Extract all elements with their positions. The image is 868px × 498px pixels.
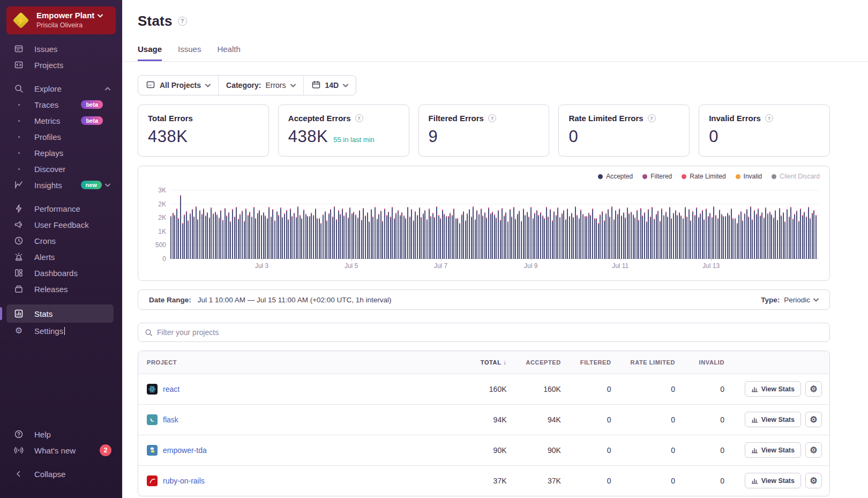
sidebar-item-whats-new[interactable]: What's new 2 [0,442,122,458]
chart-bar [527,212,528,259]
sidebar-item-stats[interactable]: Stats [0,304,122,323]
sidebar-item-traces[interactable]: Traces beta [0,96,122,113]
sidebar-item-metrics[interactable]: Metrics beta [0,113,122,129]
chart-bar [625,218,626,259]
chart-bar [272,209,273,259]
chart-bar [764,218,765,259]
date-period-dropdown[interactable]: 14D [303,76,356,95]
sidebar-item-label: Discover [34,165,65,174]
chart-bar [585,216,586,259]
column-invalid[interactable]: INVALID [685,351,734,374]
column-rate-limited[interactable]: RATE LIMITED [621,351,685,374]
org-switcher[interactable]: ⚡ Empower Plant Priscila Oliveira [6,6,116,34]
project-link[interactable]: flask [163,415,178,424]
chart-bar [455,218,457,259]
gear-icon: ⚙ [810,477,817,485]
tab-health[interactable]: Health [217,44,240,61]
chart-bar [704,219,705,259]
column-total[interactable]: TOTAL ↓ [460,351,517,374]
chart-bar [261,215,262,259]
chart-bar [300,215,301,259]
legend-accepted[interactable]: Accepted [598,173,633,180]
insights-icon [14,180,24,190]
sidebar-item-replays[interactable]: Replays [0,145,122,161]
sidebar-item-user-feedback[interactable]: User Feedback [0,217,122,233]
dashboards-icon [14,268,24,278]
siren-icon [14,252,24,262]
project-link[interactable]: empower-tda [163,446,207,455]
project-search-input[interactable] [157,328,823,337]
chart-bar [800,209,801,259]
sidebar-item-alerts[interactable]: Alerts [0,249,122,265]
view-stats-button[interactable]: View Stats [745,442,801,458]
legend-rate-limited[interactable]: Rate Limited [682,173,725,180]
chart-bar [685,207,686,259]
help-icon[interactable]: ? [765,114,773,122]
tab-issues[interactable]: Issues [178,44,201,61]
project-settings-button[interactable]: ⚙ [805,381,822,397]
chart-bar [448,216,449,259]
project-filter-dropdown[interactable]: All Projects [138,76,218,95]
legend-client-discard[interactable]: Client Discard [772,173,820,180]
sidebar-item-discover[interactable]: Discover [0,161,122,177]
sidebar-item-label: Performance [34,204,80,213]
column-filtered[interactable]: FILTERED [571,351,621,374]
sidebar-item-projects[interactable]: Projects [0,57,122,73]
sidebar-item-help[interactable]: Help [0,426,122,442]
view-stats-button[interactable]: View Stats [745,381,801,397]
lightning-icon [14,204,24,213]
sidebar-collapse-button[interactable]: Collapse [0,466,122,482]
project-link[interactable]: ruby-on-rails [163,477,205,485]
chart-bar [245,209,246,259]
view-stats-button[interactable]: View Stats [745,473,801,488]
page-help-icon[interactable]: ? [178,17,187,26]
view-stats-button[interactable]: View Stats [745,412,801,427]
legend-filtered[interactable]: Filtered [642,173,672,180]
chart-bar [294,213,295,259]
legend-invalid[interactable]: Invalid [736,173,762,180]
chart-bar [677,215,678,259]
chart-bar [236,207,237,259]
chart-bar [648,209,649,259]
chart-bar [446,216,447,259]
chart-bar [452,215,453,259]
chart-bar [323,214,324,259]
type-dropdown[interactable]: Type: Periodic [761,296,819,304]
chart-bar [696,207,697,259]
chevron-up-icon [105,87,110,91]
chart-bar [787,209,788,259]
chart-bar [240,214,241,259]
chart-bar [727,213,728,259]
sidebar-item-explore[interactable]: Explore [0,80,122,96]
sidebar-item-releases[interactable]: Releases [0,281,122,297]
chart-plot-area[interactable]: 05001K2K2K3K [170,188,819,259]
sidebar-item-performance[interactable]: Performance [0,200,122,217]
help-icon[interactable]: ? [648,114,656,122]
category-dropdown[interactable]: Category: Errors [218,76,303,95]
help-icon[interactable]: ? [488,114,496,122]
column-project[interactable]: PROJECT [138,351,460,374]
sidebar-item-profiles[interactable]: Profiles [0,129,122,145]
project-link[interactable]: react [163,385,179,393]
card-accepted-errors: Accepted Errors? 438K55 in last min [278,105,409,157]
chart-bar [588,213,589,259]
sidebar-item-insights[interactable]: Insights new [0,177,122,193]
sidebar-item-label: Help [34,430,51,439]
project-settings-button[interactable]: ⚙ [805,473,822,488]
chart-bar [280,207,281,259]
tab-usage[interactable]: Usage [138,44,162,61]
column-accepted[interactable]: ACCEPTED [517,351,571,374]
y-tick-label: 0 [147,255,166,263]
y-tick-label: 1K [147,228,166,235]
chart-bar [288,219,289,259]
help-icon[interactable]: ? [355,114,363,122]
chart-bar [196,206,197,259]
project-settings-button[interactable]: ⚙ [805,412,822,427]
sidebar-item-issues[interactable]: Issues [0,41,122,57]
sidebar-item-dashboards[interactable]: Dashboards [0,265,122,281]
chart-bar [631,212,632,259]
sidebar-item-crons[interactable]: Crons [0,233,122,249]
sidebar-item-settings[interactable]: ⚙ Settings [0,323,122,339]
project-settings-button[interactable]: ⚙ [805,442,822,458]
x-tick-mark [531,259,532,261]
